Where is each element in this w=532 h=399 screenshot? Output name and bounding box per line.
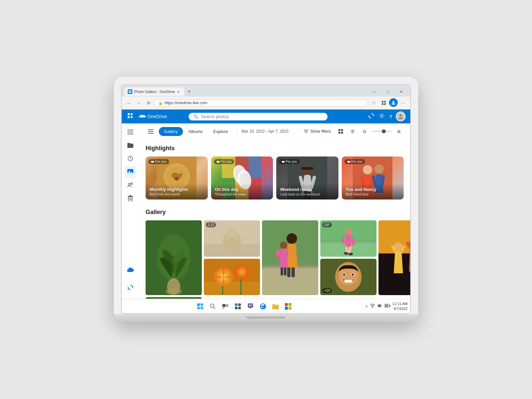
start-button[interactable] bbox=[195, 301, 206, 312]
gallery-item-portrait[interactable]: +24 bbox=[320, 259, 377, 295]
browser-profile-icon[interactable] bbox=[389, 98, 398, 107]
svg-point-22 bbox=[131, 183, 132, 185]
browser-tab-active[interactable]: Photo Gallery - OneDrive ✕ bbox=[124, 87, 184, 96]
svg-rect-128 bbox=[222, 308, 224, 309]
svg-point-91 bbox=[345, 229, 352, 235]
laptop-base bbox=[114, 314, 418, 322]
back-button[interactable]: ← bbox=[124, 99, 133, 107]
app-logo[interactable]: OneDrive bbox=[138, 114, 167, 119]
for-you-badge-weekend: For you bbox=[279, 159, 300, 164]
sidebar-item-photos[interactable] bbox=[124, 166, 136, 178]
taskbar-chat[interactable] bbox=[245, 301, 256, 312]
browser-chrome: Photo Gallery - OneDrive ✕ + — □ ✕ ← → ↻… bbox=[122, 85, 410, 110]
zoom-in-button[interactable]: ⊕ bbox=[394, 127, 404, 136]
highlight-card-weekend[interactable]: For you Weekend recap Look back on the w… bbox=[276, 156, 338, 200]
tray-expand[interactable]: ∧ bbox=[365, 304, 368, 308]
svg-rect-46 bbox=[248, 156, 262, 178]
volume-icon[interactable] bbox=[377, 303, 382, 309]
zoom-out-button[interactable]: ⊖ bbox=[360, 127, 369, 136]
sidebar-item-recent[interactable] bbox=[124, 153, 136, 164]
folder-view-button[interactable] bbox=[336, 127, 345, 136]
taskbar-edge[interactable] bbox=[257, 301, 269, 312]
tab-gallery[interactable]: Gallery bbox=[159, 127, 183, 136]
svg-rect-30 bbox=[148, 131, 154, 132]
svg-rect-0 bbox=[129, 90, 130, 92]
taskbar-search[interactable] bbox=[207, 301, 218, 312]
more-button[interactable]: ··· bbox=[398, 98, 408, 108]
forward-button[interactable]: → bbox=[134, 99, 143, 107]
highlight-overlay-youandnancy: You and Nancy Best friend time bbox=[342, 184, 404, 200]
favorites-button[interactable]: ☆ bbox=[369, 98, 378, 108]
svg-rect-86 bbox=[281, 267, 283, 276]
gallery-item-jump[interactable] bbox=[378, 220, 410, 295]
sidebar-item-cloud[interactable] bbox=[124, 264, 136, 276]
svg-point-69 bbox=[165, 288, 182, 295]
for-you-badge-monthly: For you bbox=[148, 159, 169, 164]
user-avatar[interactable] bbox=[396, 111, 406, 121]
battery-icon[interactable] bbox=[384, 304, 390, 309]
new-tab-button[interactable]: + bbox=[184, 87, 194, 97]
svg-point-21 bbox=[128, 183, 130, 185]
gallery-badge-cat: 1:12 bbox=[206, 222, 216, 227]
gallery-item-plant[interactable] bbox=[146, 220, 202, 295]
gallery-item-cat[interactable]: 1:12 bbox=[204, 220, 260, 257]
highlight-card-youandnancy[interactable]: For you You and Nancy Best friend time bbox=[342, 156, 404, 200]
sidebar-item-sync[interactable] bbox=[124, 282, 136, 293]
svg-rect-85 bbox=[291, 267, 295, 277]
sidebar-item-trash[interactable] bbox=[124, 192, 136, 204]
taskbar-store[interactable] bbox=[283, 301, 294, 312]
taskbar-explorer[interactable] bbox=[270, 301, 281, 312]
svg-rect-56 bbox=[301, 167, 313, 170]
highlights-grid: For you Monthly Highlights Best from thi… bbox=[146, 156, 404, 200]
tab-explore[interactable]: Explore bbox=[208, 127, 233, 136]
address-bar[interactable]: 🔒 https://onedrive.live.com bbox=[154, 99, 368, 107]
show-filters-button[interactable]: Show filters bbox=[301, 128, 333, 135]
help-icon[interactable]: ? bbox=[388, 112, 394, 121]
sidebar: - bbox=[122, 123, 139, 299]
svg-point-60 bbox=[363, 165, 372, 174]
sidebar-item-folder[interactable] bbox=[124, 139, 136, 151]
collections-button[interactable] bbox=[379, 98, 388, 108]
zoom-slider[interactable] bbox=[372, 131, 392, 132]
taskbar-widgets[interactable] bbox=[232, 301, 244, 312]
svg-rect-10 bbox=[131, 113, 133, 115]
tab-albums[interactable]: Albums bbox=[183, 127, 208, 136]
highlight-overlay-monthly: Monthly Highlights Best from this month bbox=[146, 184, 208, 200]
svg-rect-29 bbox=[148, 129, 154, 130]
app-bar-actions: ? bbox=[367, 111, 406, 121]
tab-close-button[interactable]: ✕ bbox=[177, 90, 180, 94]
zoom-slider-thumb[interactable] bbox=[382, 129, 386, 133]
taskbar-time[interactable]: 11:11 AM 4/7/2022 bbox=[392, 301, 408, 311]
content-area[interactable]: Gallery Albums Explore Mar 10, 2022 - Ap… bbox=[139, 123, 410, 299]
svg-rect-131 bbox=[235, 307, 238, 309]
minimize-button[interactable]: — bbox=[368, 87, 381, 96]
svg-point-124 bbox=[210, 304, 214, 307]
svg-rect-130 bbox=[238, 303, 241, 306]
wifi-icon[interactable] bbox=[370, 303, 375, 309]
highlight-card-onthisday[interactable]: For you On this day Throughout the years bbox=[211, 156, 273, 200]
search-input[interactable] bbox=[201, 114, 323, 119]
gallery-item-family[interactable] bbox=[262, 220, 318, 295]
date-range: Mar 10, 2022 - Apr 7, 2022 bbox=[242, 129, 289, 134]
gallery-item-dancer[interactable]: GIF bbox=[320, 220, 377, 257]
sidebar-item-shared[interactable] bbox=[124, 179, 136, 191]
address-lock-icon: 🔒 bbox=[158, 101, 162, 105]
refresh-button[interactable]: ↻ bbox=[144, 99, 153, 107]
gallery-item-flowers[interactable] bbox=[204, 259, 260, 295]
svg-rect-97 bbox=[378, 253, 410, 295]
settings-view-button[interactable] bbox=[348, 127, 357, 136]
search-icon: 🔍 bbox=[193, 114, 198, 119]
task-view[interactable] bbox=[220, 301, 231, 312]
laptop-screen: Photo Gallery - OneDrive ✕ + — □ ✕ ← → ↻… bbox=[121, 84, 411, 314]
highlight-card-monthly[interactable]: For you Monthly Highlights Best from thi… bbox=[146, 156, 208, 200]
close-button[interactable]: ✕ bbox=[394, 87, 408, 96]
maximize-button[interactable]: □ bbox=[381, 87, 394, 96]
search-box[interactable]: 🔍 bbox=[189, 113, 328, 120]
sync-icon[interactable] bbox=[367, 111, 376, 121]
svg-point-107 bbox=[239, 269, 244, 275]
sidebar-item-hamburger[interactable] bbox=[124, 126, 136, 138]
settings-icon[interactable] bbox=[377, 111, 386, 121]
app-grid-icon[interactable] bbox=[126, 112, 134, 121]
clock-date: 4/7/2022 bbox=[392, 306, 408, 311]
hamburger-button[interactable] bbox=[146, 126, 156, 137]
